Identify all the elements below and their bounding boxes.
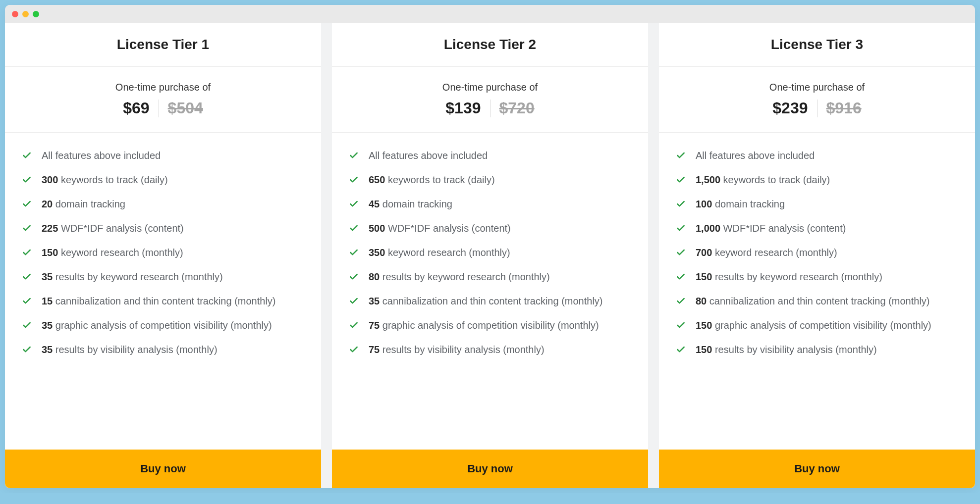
feature-value: 500: [369, 223, 385, 234]
feature-value: 35: [42, 344, 53, 355]
feature-item: 35 cannibalization and thin content trac…: [349, 294, 631, 308]
feature-label: domain tracking: [712, 199, 785, 209]
feature-label: results by keyword research (monthly): [380, 271, 549, 282]
feature-item: 150 keyword research (monthly): [22, 246, 304, 260]
tier-title: License Tier 3: [669, 37, 965, 52]
feature-text: 75 graphic analysis of competition visib…: [369, 318, 599, 333]
feature-label: All features above included: [369, 150, 488, 161]
feature-text: 1,000 WDF*IDF analysis (content): [696, 221, 846, 236]
feature-text: 150 results by visibility analysis (mont…: [696, 343, 877, 357]
feature-value: 1,500: [696, 174, 720, 185]
feature-item: 150 results by visibility analysis (mont…: [676, 343, 958, 357]
feature-label: graphic analysis of competition visibili…: [380, 320, 599, 331]
feature-item: 35 results by keyword research (monthly): [22, 270, 304, 284]
window-minimize-button[interactable]: [22, 11, 29, 17]
tier-header: License Tier 2: [332, 23, 648, 67]
buy-now-button[interactable]: Buy now: [332, 450, 648, 488]
feature-label: cannibalization and thin content trackin…: [380, 296, 602, 306]
feature-item: All features above included: [349, 149, 631, 163]
feature-text: 35 cannibalization and thin content trac…: [369, 294, 603, 308]
feature-label: cannibalization and thin content trackin…: [53, 296, 275, 306]
price-block: One-time purchase of $139 $720: [332, 67, 648, 133]
price-block: One-time purchase of $239 $916: [659, 67, 975, 133]
feature-label: WDF*IDF analysis (content): [58, 223, 183, 234]
feature-value: 45: [369, 199, 380, 209]
feature-label: keywords to track (daily): [385, 174, 494, 185]
price-current: $239: [772, 99, 808, 117]
buy-now-button[interactable]: Buy now: [5, 450, 321, 488]
tier-header: License Tier 3: [659, 23, 975, 67]
feature-label: graphic analysis of competition visibili…: [53, 320, 272, 331]
feature-label: keyword research (monthly): [58, 247, 183, 258]
feature-item: 35 results by visibility analysis (month…: [22, 343, 304, 357]
feature-label: All features above included: [696, 150, 815, 161]
feature-value: 35: [42, 320, 53, 331]
feature-text: 150 keyword research (monthly): [42, 246, 183, 260]
feature-value: 80: [369, 271, 380, 282]
feature-item: 650 keywords to track (daily): [349, 173, 631, 187]
feature-label: results by keyword research (monthly): [53, 271, 222, 282]
feature-text: 225 WDF*IDF analysis (content): [42, 221, 184, 236]
feature-label: keyword research (monthly): [712, 247, 837, 258]
feature-text: 35 graphic analysis of competition visib…: [42, 318, 272, 333]
feature-text: 150 results by keyword research (monthly…: [696, 270, 882, 284]
feature-item: 75 results by visibility analysis (month…: [349, 343, 631, 357]
feature-label: results by keyword research (monthly): [712, 271, 882, 282]
feature-text: 35 results by keyword research (monthly): [42, 270, 223, 284]
price-original: $504: [168, 99, 203, 117]
feature-label: results by visibility analysis (monthly): [53, 344, 217, 355]
feature-item: 15 cannibalization and thin content trac…: [22, 294, 304, 308]
feature-item: 300 keywords to track (daily): [22, 173, 304, 187]
feature-text: 75 results by visibility analysis (month…: [369, 343, 544, 357]
feature-item: 35 graphic analysis of competition visib…: [22, 318, 304, 333]
tier-header: License Tier 1: [5, 23, 321, 67]
feature-label: All features above included: [42, 150, 161, 161]
feature-text: 350 keyword research (monthly): [369, 246, 510, 260]
feature-value: 15: [42, 296, 53, 306]
feature-item: 80 results by keyword research (monthly): [349, 270, 631, 284]
feature-value: 20: [42, 199, 53, 209]
feature-value: 100: [696, 199, 712, 209]
price-current: $69: [123, 99, 149, 117]
feature-list: All features above included300 keywords …: [5, 133, 321, 450]
feature-value: 700: [696, 247, 712, 258]
price-divider: [817, 100, 817, 117]
feature-text: 700 keyword research (monthly): [696, 246, 837, 260]
feature-text: 45 domain tracking: [369, 197, 452, 211]
buy-now-button[interactable]: Buy now: [659, 450, 975, 488]
feature-label: graphic analysis of competition visibili…: [712, 320, 931, 331]
feature-text: 500 WDF*IDF analysis (content): [369, 221, 511, 236]
price-block: One-time purchase of $69 $504: [5, 67, 321, 133]
feature-value: 225: [42, 223, 58, 234]
price-lead: One-time purchase of: [15, 82, 311, 93]
feature-item: All features above included: [676, 149, 958, 163]
feature-value: 150: [42, 247, 58, 258]
tier-card-3: License Tier 3 One-time purchase of $239…: [659, 23, 975, 488]
feature-value: 75: [369, 344, 380, 355]
feature-item: 80 cannibalization and thin content trac…: [676, 294, 958, 308]
price-row: $69 $504: [123, 99, 203, 117]
feature-value: 650: [369, 174, 385, 185]
window-close-button[interactable]: [12, 11, 18, 17]
feature-text: 100 domain tracking: [696, 197, 785, 211]
feature-item: 500 WDF*IDF analysis (content): [349, 221, 631, 236]
feature-text: All features above included: [369, 149, 488, 163]
titlebar: [5, 5, 975, 23]
feature-item: 150 graphic analysis of competition visi…: [676, 318, 958, 333]
feature-text: 150 graphic analysis of competition visi…: [696, 318, 931, 333]
feature-list: All features above included1,500 keyword…: [659, 133, 975, 450]
feature-item: 1,000 WDF*IDF analysis (content): [676, 221, 958, 236]
feature-value: 150: [696, 320, 712, 331]
feature-label: results by visibility analysis (monthly): [712, 344, 876, 355]
feature-text: 300 keywords to track (daily): [42, 173, 168, 187]
pricing-tiers: License Tier 1 One-time purchase of $69 …: [5, 23, 975, 488]
price-lead: One-time purchase of: [669, 82, 965, 93]
feature-label: WDF*IDF analysis (content): [385, 223, 510, 234]
feature-item: 700 keyword research (monthly): [676, 246, 958, 260]
feature-text: 1,500 keywords to track (daily): [696, 173, 830, 187]
window-zoom-button[interactable]: [33, 11, 39, 17]
tier-card-2: License Tier 2 One-time purchase of $139…: [332, 23, 648, 488]
feature-item: 75 graphic analysis of competition visib…: [349, 318, 631, 333]
feature-item: 150 results by keyword research (monthly…: [676, 270, 958, 284]
feature-label: keywords to track (daily): [58, 174, 167, 185]
